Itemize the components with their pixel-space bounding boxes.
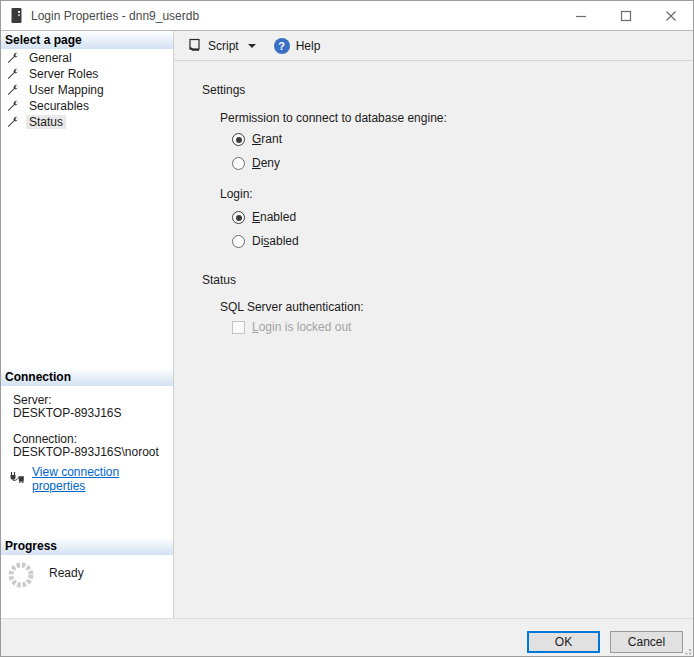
status-heading: Status: [202, 273, 236, 287]
server-info: Server: DESKTOP-893J16S: [13, 394, 122, 420]
progress-header: Progress: [1, 537, 173, 555]
connection-value: DESKTOP-893J16S\noroot: [13, 446, 159, 459]
ok-button[interactable]: OK: [527, 631, 600, 653]
sidebar-item-server-roles[interactable]: Server Roles: [1, 66, 172, 82]
plug-icon: [9, 471, 26, 488]
titlebar: Login Properties - dnn9_userdb: [1, 1, 693, 31]
sidebar-item-securables[interactable]: Securables: [1, 98, 172, 114]
deny-radio[interactable]: Deny: [232, 156, 280, 171]
settings-heading: Settings: [202, 83, 245, 97]
page-tree: General Server Roles User Mapping Secura…: [1, 50, 172, 130]
select-a-page-header: Select a page: [1, 31, 173, 49]
minimize-icon: [575, 10, 587, 22]
sql-auth-label: SQL Server authentication:: [220, 300, 364, 314]
sidebar-item-status[interactable]: Status: [1, 114, 172, 130]
close-button[interactable]: [648, 1, 693, 30]
cancel-button[interactable]: Cancel: [610, 631, 683, 653]
script-button[interactable]: Script: [183, 34, 260, 58]
window-controls: [558, 1, 693, 30]
help-button[interactable]: ? Help: [270, 34, 325, 58]
window-title: Login Properties - dnn9_userdb: [31, 9, 199, 23]
spinner-icon: [7, 561, 35, 592]
close-icon: [665, 10, 677, 22]
disabled-radio-label: Disabled: [252, 235, 299, 248]
radio-unchecked-icon: [232, 157, 245, 170]
maximize-button[interactable]: [603, 1, 648, 30]
view-connection-properties-row: View connection properties: [9, 465, 173, 493]
enabled-radio-label: Enabled: [252, 211, 296, 224]
minimize-button[interactable]: [558, 1, 603, 30]
sidebar-item-general[interactable]: General: [1, 50, 172, 66]
sidebar-item-label: General: [26, 51, 75, 65]
sidebar-item-user-mapping[interactable]: User Mapping: [1, 82, 172, 98]
radio-unchecked-icon: [232, 235, 245, 248]
script-button-label: Script: [208, 39, 239, 53]
wrench-icon: [7, 116, 20, 129]
deny-radio-label: Deny: [252, 157, 280, 170]
login-label: Login:: [220, 187, 253, 201]
chevron-down-icon: [248, 44, 256, 48]
server-value: DESKTOP-893J16S: [13, 407, 122, 420]
wrench-icon: [7, 84, 20, 97]
help-icon: ?: [274, 38, 290, 54]
toolbar: Script ? Help: [174, 31, 693, 61]
wrench-icon: [7, 100, 20, 113]
grant-radio-label: Grant: [252, 133, 282, 146]
connection-info: Connection: DESKTOP-893J16S\noroot: [13, 433, 159, 459]
status-page-panel: Settings Permission to connect to databa…: [175, 62, 693, 618]
sidebar-item-label: Securables: [26, 99, 92, 113]
permission-label: Permission to connect to database engine…: [220, 111, 447, 125]
maximize-icon: [620, 10, 632, 22]
login-properties-dialog: Login Properties - dnn9_userdb Select a …: [0, 0, 694, 657]
sidebar-item-label: Status: [26, 115, 66, 129]
radio-checked-icon: [232, 133, 245, 146]
resize-grip[interactable]: [682, 647, 691, 656]
login-locked-out-checkbox: Login is locked out: [232, 320, 351, 335]
connection-header: Connection: [1, 368, 173, 386]
sidebar-item-label: User Mapping: [26, 83, 107, 97]
footer-bar: OK Cancel: [1, 618, 693, 657]
grant-radio[interactable]: Grant: [232, 132, 282, 147]
script-icon: [187, 37, 202, 55]
enabled-radio[interactable]: Enabled: [232, 210, 296, 225]
server-app-icon: [11, 7, 22, 24]
sidebar-item-label: Server Roles: [26, 67, 101, 81]
help-button-label: Help: [296, 39, 321, 53]
radio-checked-icon: [232, 211, 245, 224]
checkbox-disabled-icon: [232, 321, 245, 334]
view-connection-properties-link[interactable]: View connection properties: [32, 465, 173, 493]
sidebar: Select a page General Server Roles User …: [1, 31, 174, 618]
wrench-icon: [7, 52, 20, 65]
disabled-radio[interactable]: Disabled: [232, 234, 299, 249]
progress-status-text: Ready: [49, 566, 84, 580]
progress-status-row: Ready: [7, 561, 84, 592]
wrench-icon: [7, 68, 20, 81]
login-locked-out-label: Login is locked out: [252, 321, 351, 334]
